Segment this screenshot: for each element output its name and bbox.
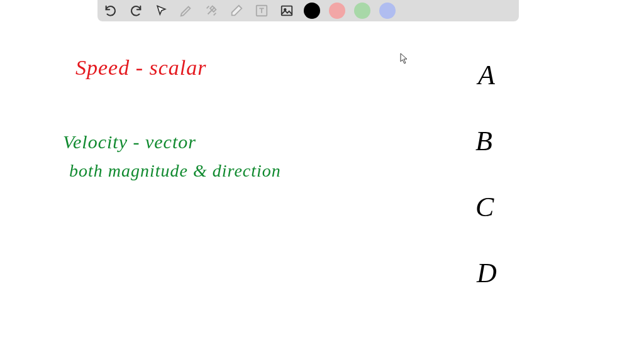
toolbar (97, 0, 519, 21)
redo-icon[interactable] (128, 3, 144, 19)
option-b: B (475, 125, 492, 157)
note-velocity: Velocity - vector (63, 131, 196, 153)
eraser-icon[interactable] (228, 3, 245, 19)
color-green[interactable] (354, 3, 370, 19)
option-d: D (477, 257, 497, 289)
whiteboard-canvas[interactable]: Speed - scalar Velocity - vector both ma… (0, 21, 644, 362)
tools-icon[interactable] (203, 3, 219, 19)
color-blue[interactable] (379, 3, 396, 19)
option-a: A (478, 59, 495, 91)
pointer-icon[interactable] (153, 3, 169, 19)
image-icon[interactable] (279, 3, 295, 19)
note-speed: Speed - scalar (75, 56, 207, 80)
option-c: C (475, 191, 494, 223)
pen-icon[interactable] (178, 3, 194, 19)
undo-icon[interactable] (103, 3, 119, 19)
svg-rect-1 (282, 6, 292, 16)
note-velocity-detail: both magnitude & direction (69, 161, 281, 181)
color-red[interactable] (329, 3, 345, 19)
color-black[interactable] (304, 3, 320, 19)
mouse-cursor-icon (400, 53, 409, 64)
text-icon[interactable] (253, 3, 270, 19)
